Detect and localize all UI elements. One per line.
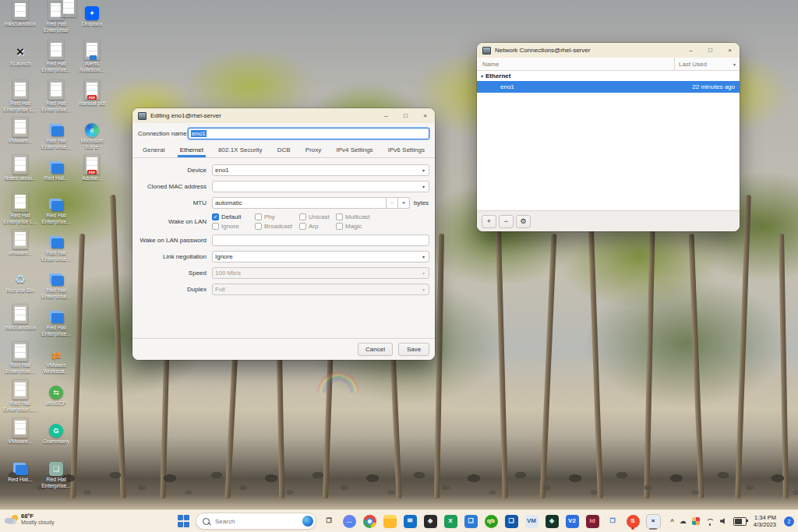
save-button[interactable]: Save bbox=[398, 343, 429, 356]
taskbar-icon-inkscape[interactable]: ◆ bbox=[422, 512, 438, 530]
minimize-icon[interactable]: – bbox=[376, 108, 396, 123]
desktop-icon-mkssandbox[interactable]: mksSandbox bbox=[3, 305, 37, 331]
desktop-icon-xlaunch[interactable]: ×XLaunch bbox=[3, 41, 37, 67]
battery-icon[interactable] bbox=[733, 517, 747, 526]
taskbar-icon-quickbooks[interactable]: qb bbox=[483, 512, 499, 530]
maximize-icon[interactable]: □ bbox=[701, 43, 720, 58]
desktop-icon-winscp[interactable]: ⇆WinSCP bbox=[39, 381, 73, 407]
desktop-icon-red-hat[interactable]: Red Hat... bbox=[39, 156, 73, 181]
connections-titlebar[interactable]: Network Connections@rhel-server – □ × bbox=[477, 43, 740, 58]
taskbar-icon-outlook[interactable]: ✉ bbox=[402, 512, 418, 530]
desktop-icon-red-hat-enterprise[interactable]: Red Hat Enterprise... bbox=[39, 305, 73, 337]
wol-default-checkbox[interactable]: ✓Default bbox=[212, 213, 255, 220]
device-combo[interactable]: eno1 ▾ bbox=[212, 164, 429, 176]
last-used-column-header[interactable]: Last Used ▾ bbox=[674, 58, 740, 70]
taskbar-icon-task-view[interactable]: ❐ bbox=[321, 512, 337, 530]
chevron-down-icon[interactable]: ▾ bbox=[421, 254, 426, 259]
tab-proxy[interactable]: Proxy bbox=[303, 143, 323, 157]
maximize-icon[interactable]: □ bbox=[396, 108, 415, 123]
connection-row-eno1[interactable]: eno1 22 minutes ago bbox=[477, 81, 740, 93]
tab-802-1x-security[interactable]: 802.1X Security bbox=[216, 143, 264, 157]
connection-name-input[interactable]: eno1 bbox=[188, 128, 429, 139]
link-negotiation-dropdown[interactable]: Ignore ▾ bbox=[212, 251, 429, 262]
wifi-icon[interactable] bbox=[705, 517, 715, 525]
wol-password-input[interactable] bbox=[212, 234, 429, 246]
desktop-icon-vmware[interactable]: vmware... bbox=[3, 231, 37, 256]
close-icon[interactable]: × bbox=[720, 43, 740, 58]
taskbar-icon-v2-app[interactable]: V2 bbox=[564, 512, 580, 530]
cloned-mac-combo[interactable]: ▾ bbox=[212, 181, 429, 192]
volume-icon[interactable] bbox=[720, 518, 728, 525]
desktop-icon-dropbox[interactable]: ✦Dropbox bbox=[75, 2, 109, 27]
desktop-icon-manual-pdf[interactable]: PDFmanual.pdf bbox=[75, 81, 109, 107]
desktop-icon-red-hat-enterprise[interactable]: ❏Red Hat Enterprise... bbox=[39, 457, 73, 489]
desktop-icon-red-hat-enterprise[interactable]: Red Hat Enterprise... bbox=[39, 118, 73, 150]
desktop-icon-red-hat-enterprise-li[interactable]: Red Hat Enterprise Li... bbox=[39, 2, 73, 34]
ethernet-group-row[interactable]: ▾ Ethernet bbox=[477, 71, 740, 81]
notification-badge[interactable]: 2 bbox=[784, 516, 794, 527]
tab-ipv6-settings[interactable]: IPv6 Settings bbox=[386, 143, 427, 157]
editor-titlebar[interactable]: Editing eno1@rhel-server – □ × bbox=[132, 108, 435, 123]
taskbar-icon-excel[interactable]: X bbox=[443, 512, 458, 530]
onedrive-cloud-icon[interactable]: ☁ bbox=[680, 517, 687, 525]
wol-phy-checkbox[interactable]: Phy bbox=[255, 213, 299, 220]
desktop-icon-vmware[interactable]: VMware... bbox=[3, 419, 37, 445]
desktop-icon-red-hat-enterprise[interactable]: Red Hat Enterprise... bbox=[39, 231, 73, 262]
desktop-icon-red-hat-enterprise-l[interactable]: Red Hat Enterprise L... bbox=[3, 81, 37, 113]
desktop-icon-red-hat-enterprise-l[interactable]: Red Hat Enterprise L... bbox=[3, 193, 37, 225]
taskbar-icon-xserver-window[interactable]: × bbox=[645, 512, 661, 530]
clock[interactable]: 1:34 PM 4/3/2023 bbox=[754, 514, 776, 529]
taskbar-icon-remote-desktop[interactable]: ❏ bbox=[463, 512, 478, 530]
taskbar-icon-dark-app[interactable]: ◈ bbox=[544, 512, 560, 530]
desktop-icon-alerts-noteboo[interactable]: Alerts Noteboo... bbox=[75, 41, 109, 73]
taskbar-icon-snagit[interactable]: S bbox=[625, 512, 641, 530]
desktop-icon-red-hat[interactable]: Red Hat... bbox=[3, 457, 37, 483]
chevron-down-icon[interactable]: ▾ bbox=[421, 167, 426, 173]
taskbar-icon-file-explorer[interactable] bbox=[382, 512, 397, 530]
wol-unicast-checkbox[interactable]: Unicast bbox=[299, 213, 336, 220]
taskbar-icon-blue-doc-app[interactable]: ❒ bbox=[605, 512, 620, 530]
mtu-input[interactable]: automatic bbox=[212, 197, 387, 209]
delete-connection-button[interactable]: − bbox=[499, 215, 514, 228]
hidden-icons-chevron-icon[interactable]: ^ bbox=[670, 518, 674, 525]
search-input[interactable] bbox=[214, 517, 298, 526]
wol-ignore-checkbox[interactable]: Ignore bbox=[212, 223, 255, 230]
edit-connection-button gear-icon[interactable]: ⚙ bbox=[516, 215, 531, 228]
name-column-header[interactable]: Name bbox=[477, 61, 674, 68]
desktop-icon-notes-abou[interactable]: Notes abou... bbox=[3, 156, 37, 181]
wol-arp-checkbox[interactable]: Arp bbox=[299, 223, 336, 230]
desktop-icon-red-hat-enterprise[interactable]: Red Hat Enterprise... bbox=[39, 81, 73, 113]
taskbar-icon-teams-chat[interactable]: … bbox=[341, 512, 357, 530]
start-button[interactable] bbox=[176, 514, 191, 529]
chevron-down-icon[interactable]: ▾ bbox=[421, 184, 426, 189]
wol-multicast-checkbox[interactable]: Multicast bbox=[336, 213, 429, 220]
wol-magic-checkbox[interactable]: Magic bbox=[336, 223, 429, 230]
search-box[interactable] bbox=[196, 513, 316, 530]
wol-broadcast-checkbox[interactable]: Broadcast bbox=[255, 223, 299, 230]
close-icon[interactable]: × bbox=[415, 108, 435, 123]
add-connection-button[interactable]: + bbox=[482, 215, 496, 228]
desktop-icon-vmware[interactable]: VMware... bbox=[3, 118, 37, 144]
taskbar-icon-chrome[interactable] bbox=[362, 512, 377, 530]
security-tray-icon[interactable] bbox=[692, 517, 700, 525]
desktop-icon-grammarly[interactable]: GGrammarly bbox=[39, 419, 73, 445]
desktop-icon-mkssandbox[interactable]: mksSandbox bbox=[3, 2, 37, 27]
tab-dcb[interactable]: DCB bbox=[275, 143, 293, 157]
taskbar-icon-office-app[interactable]: ❏ bbox=[503, 512, 519, 530]
desktop-icon-vmware-workstat[interactable]: ⇄VMware Workstat... bbox=[39, 343, 73, 375]
taskbar-icon-id-app[interactable]: Id bbox=[584, 512, 600, 530]
desktop-icon-red-hat-enterprise-l[interactable]: Red Hat Enterprise L... bbox=[3, 381, 37, 413]
expander-icon[interactable]: ▾ bbox=[481, 73, 483, 79]
minimize-icon[interactable]: – bbox=[681, 43, 701, 58]
bing-chat-icon[interactable] bbox=[302, 516, 313, 527]
desktop-icon-microsoft-edge[interactable]: eMicrosoft Edge bbox=[75, 118, 109, 150]
weather-widget[interactable]: 68°F Mostly cloudy bbox=[5, 513, 54, 526]
desktop-icon-red-hat-enterprise[interactable]: Red Hat Enterprise... bbox=[39, 193, 73, 225]
desktop-icon-red-hat-enterprise[interactable]: Red Hat Enterprise... bbox=[3, 343, 37, 375]
mtu-increment-button[interactable]: + bbox=[398, 197, 410, 209]
tab-general[interactable]: General bbox=[140, 143, 167, 157]
desktop-icon-red-hat-enterprise[interactable]: Red Hat Enterprise... bbox=[39, 41, 73, 73]
desktop-icon-red-hat-enterprise[interactable]: Red Hat Enterprise... bbox=[39, 268, 73, 300]
tab-ipv4-settings[interactable]: IPv4 Settings bbox=[334, 143, 375, 157]
taskbar-icon-vm-console[interactable]: VM bbox=[524, 512, 539, 530]
